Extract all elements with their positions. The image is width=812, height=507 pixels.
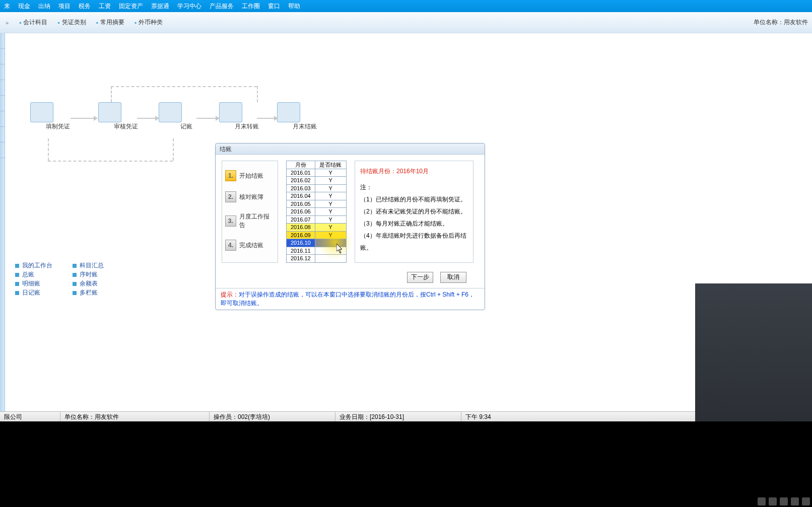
calendar-lock-icon — [277, 102, 300, 122]
note-line: （1）已经结账的月份不能再填制凭证。 — [360, 193, 468, 205]
tray-icon[interactable] — [791, 497, 799, 505]
toolbar-item[interactable]: ▪外币种类 — [129, 18, 168, 27]
table-row[interactable]: 2016.11 — [287, 247, 347, 255]
link-item[interactable]: 余额表 — [73, 279, 104, 288]
dialog-tip: 提示：对于误操作造成的结账，可以在本窗口中选择要取消结账的月份后，按Ctrl +… — [216, 288, 485, 310]
note-line: （2）还有未记账凭证的月份不能结账。 — [360, 205, 468, 218]
tray-icon[interactable] — [780, 497, 788, 505]
link-item[interactable]: 我的工作台 — [15, 261, 52, 270]
table-row[interactable]: 2016.08Y — [287, 224, 347, 232]
table-row[interactable]: 2016.02Y — [287, 177, 347, 185]
left-rail[interactable] — [0, 33, 5, 421]
menu-item[interactable]: 帮助 — [284, 0, 304, 12]
link-item[interactable]: 多栏账 — [73, 288, 104, 297]
table-row[interactable]: 2016.06Y — [287, 208, 347, 216]
table-row[interactable]: 2016.07Y — [287, 215, 347, 224]
next-button[interactable]: 下一步 — [407, 272, 433, 283]
tray-icon[interactable] — [758, 497, 766, 505]
toolbar: » ▪会计科目 ▪凭证类别 ▪常用摘要 ▪外币种类 单位名称：用友软件 — [0, 12, 812, 33]
menu-item[interactable]: 工作圈 — [238, 0, 264, 12]
status-bar: 限公司 单位名称：用友软件 操作员：002(李培培) 业务日期：[2016-10… — [0, 411, 812, 421]
webcam-feed — [695, 283, 812, 421]
audit-icon — [98, 102, 121, 122]
tray-icon[interactable] — [769, 497, 777, 505]
unit-name-label: 单位名称：用友软件 — [754, 18, 812, 27]
main-menu-bar: 来 现金 出纳 项目 税务 工资 固定资产 票据通 学习中心 产品服务 工作圈 … — [0, 0, 812, 12]
quick-links: 我的工作台 总账 明细账 日记账 科目汇总 序时账 余额表 多栏账 — [15, 261, 104, 298]
closing-dialog: 结账 1.开始结账 2.核对账簿 3.月度工作报告 4.完成结账 月份是否结账 … — [215, 143, 485, 310]
step-monthly-report[interactable]: 3.月度工作报告 — [224, 207, 276, 235]
calendar-transfer-icon — [219, 102, 242, 122]
table-row[interactable]: 2016.09Y — [287, 231, 347, 239]
toolbar-item[interactable]: ▪常用摘要 — [91, 18, 129, 27]
step-check-ledger[interactable]: 2.核对账簿 — [224, 186, 276, 207]
notes-panel: 待结账月份：2016年10月 注： （1）已经结账的月份不能再填制凭证。 （2）… — [355, 161, 473, 263]
menu-item[interactable]: 来 — [0, 0, 14, 12]
pending-month: 待结账月份：2016年10月 — [360, 165, 468, 177]
step-finish-closing[interactable]: 4.完成结账 — [224, 235, 276, 256]
link-item[interactable]: 日记账 — [15, 288, 52, 297]
status-bizdate: 业务日期：[2016-10-31] — [335, 412, 461, 421]
toolbar-item[interactable]: ▪凭证类别 — [52, 18, 91, 27]
col-month: 月份 — [287, 161, 315, 169]
cancel-button[interactable]: 取消 — [440, 272, 466, 283]
toolbar-item[interactable]: ▪会计科目 — [14, 18, 52, 27]
menu-item[interactable]: 工资 — [95, 0, 115, 12]
toolbar-collapse-handle[interactable]: » — [0, 20, 14, 26]
table-row[interactable]: 2016.12 — [287, 255, 347, 263]
table-row[interactable]: 2016.03Y — [287, 184, 347, 192]
notes-head: 注： — [360, 181, 468, 193]
status-operator: 操作员：002(李培培) — [210, 412, 335, 421]
note-line: （3）每月对账正确后才能结账。 — [360, 218, 468, 230]
menu-item[interactable]: 税务 — [75, 0, 95, 12]
link-item[interactable]: 总账 — [15, 270, 52, 279]
taskbar-area — [0, 421, 812, 507]
book-icon — [159, 102, 182, 122]
workflow-step-month-end-close[interactable]: 月末结账 — [277, 102, 332, 131]
voucher-entry-icon — [30, 102, 53, 122]
menu-item[interactable]: 窗口 — [264, 0, 284, 12]
step-start-closing[interactable]: 1.开始结账 — [224, 165, 276, 186]
webcam-overlay — [695, 283, 812, 421]
note-line: （4）年底结账时先进行数据备份后再结账。 — [360, 230, 468, 254]
table-row[interactable]: 2016.01Y — [287, 169, 347, 177]
status-unit: 单位名称：用友软件 — [60, 412, 210, 421]
table-row[interactable]: 2016.04Y — [287, 192, 347, 200]
step-panel: 1.开始结账 2.核对账簿 3.月度工作报告 4.完成结账 — [222, 161, 278, 263]
table-row[interactable]: 2016.05Y — [287, 200, 347, 208]
menu-item[interactable]: 学习中心 — [173, 0, 206, 12]
menu-item[interactable]: 出纳 — [34, 0, 54, 12]
menu-item[interactable]: 产品服务 — [206, 0, 238, 12]
menu-item[interactable]: 票据通 — [147, 0, 173, 12]
table-row-selected[interactable]: 2016.10 — [287, 239, 347, 247]
tray-icon[interactable] — [802, 497, 810, 505]
menu-item[interactable]: 固定资产 — [115, 0, 147, 12]
menu-item[interactable]: 项目 — [54, 0, 75, 12]
link-item[interactable]: 科目汇总 — [73, 261, 104, 270]
link-item[interactable]: 明细账 — [15, 279, 52, 288]
dialog-title: 结账 — [216, 143, 485, 155]
col-closed: 是否结账 — [315, 161, 346, 169]
status-company: 限公司 — [0, 412, 60, 421]
menu-item[interactable]: 现金 — [14, 0, 34, 12]
system-tray — [758, 496, 810, 507]
month-table: 月份是否结账 2016.01Y 2016.02Y 2016.03Y 2016.0… — [286, 161, 347, 263]
link-item[interactable]: 序时账 — [73, 270, 104, 279]
